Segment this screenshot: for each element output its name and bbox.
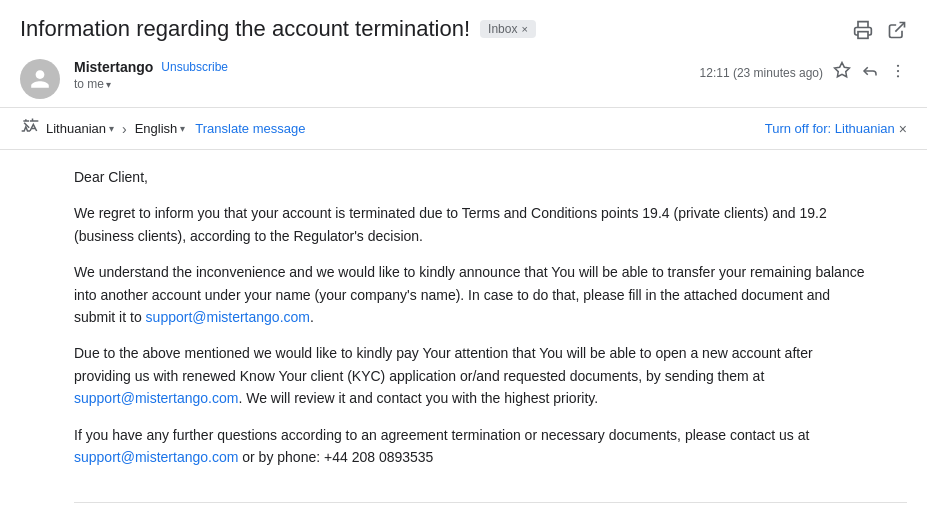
email-body-divider: [74, 502, 907, 503]
to-me-dropdown[interactable]: to me ▾: [74, 77, 686, 91]
timestamp-area: 12:11 (23 minutes ago): [700, 61, 907, 84]
svg-rect-0: [858, 32, 868, 39]
paragraph3-post: . We will review it and contact you with…: [238, 390, 598, 406]
email-subject: Information regarding the account termin…: [20, 16, 470, 42]
greeting: Dear Client,: [74, 166, 871, 188]
paragraph1: We regret to inform you that your accoun…: [74, 202, 871, 247]
paragraph4-pre: If you have any further questions accord…: [74, 427, 809, 443]
paragraph2: We understand the inconvenience and we w…: [74, 261, 871, 328]
turn-off-close[interactable]: ×: [899, 121, 907, 137]
paragraph3-pre: Due to the above mentioned we would like…: [74, 345, 813, 383]
paragraph2-link[interactable]: support@mistertango.com: [146, 309, 310, 325]
email-title-area: Information regarding the account termin…: [20, 16, 853, 42]
target-language-label: English: [135, 121, 178, 136]
inbox-badge-label: Inbox: [488, 22, 517, 36]
inbox-badge: Inbox ×: [480, 20, 536, 38]
source-language-selector[interactable]: Lithuanian ▾: [46, 121, 114, 136]
svg-point-3: [897, 65, 899, 67]
svg-marker-2: [835, 63, 850, 77]
avatar: [20, 59, 60, 99]
email-body: Dear Client, We regret to inform you tha…: [0, 158, 927, 498]
source-language-chevron: ▾: [109, 123, 114, 134]
paragraph4-link[interactable]: support@mistertango.com: [74, 449, 238, 465]
unsubscribe-link[interactable]: Unsubscribe: [161, 60, 228, 74]
print-icon[interactable]: [853, 20, 873, 43]
reply-icon[interactable]: [861, 62, 879, 83]
to-me-label: to me: [74, 77, 104, 91]
star-icon[interactable]: [833, 61, 851, 84]
svg-point-4: [897, 70, 899, 72]
svg-line-1: [895, 23, 904, 32]
sender-name: Mistertango: [74, 59, 153, 75]
more-options-icon[interactable]: [889, 62, 907, 83]
sender-name-row: Mistertango Unsubscribe: [74, 59, 686, 75]
sender-info: Mistertango Unsubscribe to me ▾: [74, 59, 686, 91]
header-icons: [853, 20, 907, 43]
to-me-chevron: ▾: [106, 79, 111, 90]
svg-point-5: [897, 75, 899, 77]
paragraph2-post: .: [310, 309, 314, 325]
open-new-window-icon[interactable]: [887, 20, 907, 43]
translate-message-button[interactable]: Translate message: [195, 121, 305, 136]
sender-row: Mistertango Unsubscribe to me ▾ 12:11 (2…: [0, 51, 927, 107]
translation-bar: Lithuanian ▾ › English ▾ Translate messa…: [0, 107, 927, 150]
turn-off-link[interactable]: Turn off for: Lithuanian: [765, 121, 895, 136]
translate-icon: [20, 116, 40, 141]
arrow-right-icon: ›: [122, 121, 127, 137]
target-language-chevron: ▾: [180, 123, 185, 134]
source-language-label: Lithuanian: [46, 121, 106, 136]
paragraph4: If you have any further questions accord…: [74, 424, 871, 469]
turn-off-area: Turn off for: Lithuanian ×: [765, 121, 907, 137]
paragraph3: Due to the above mentioned we would like…: [74, 342, 871, 409]
inbox-badge-close[interactable]: ×: [521, 23, 527, 35]
timestamp: 12:11 (23 minutes ago): [700, 66, 823, 80]
paragraph4-post: or by phone: +44 208 0893535: [238, 449, 433, 465]
target-language-selector[interactable]: English ▾: [135, 121, 186, 136]
paragraph3-link[interactable]: support@mistertango.com: [74, 390, 238, 406]
email-header: Information regarding the account termin…: [0, 0, 927, 51]
